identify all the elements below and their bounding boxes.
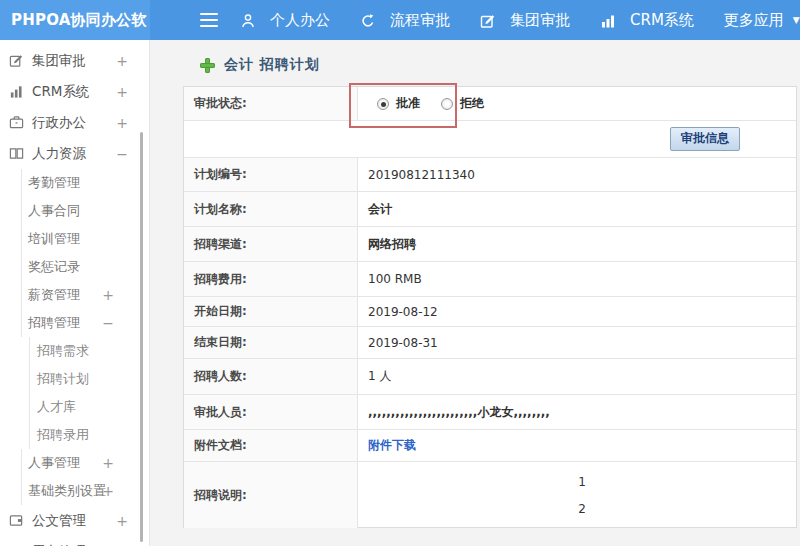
sidebar-item-rewards[interactable]: 奖惩记录 [21,253,149,281]
field-label: 附件文档: [184,430,358,461]
recruit-plan-form: 审批状态: 批准 拒绝 审批信息 计划编号: 20190812111340 计划… [183,86,797,528]
approve-info-button[interactable]: 审批信息 [670,127,740,151]
reject-radio[interactable] [441,98,453,110]
sidebar-scrollbar[interactable] [140,132,143,542]
approve-radio-label: 批准 [396,95,420,112]
field-value: ,,,,,,,,,,,,,,,,,,,,,,,,小龙女,,,,,,,, [358,395,796,429]
nav-process-approval[interactable]: 流程审批 [360,11,450,30]
sidebar-item-group-approval[interactable]: 集团审批 + [0,45,149,76]
description-line: 2 [578,502,586,516]
expand-toggle[interactable]: + [116,115,128,131]
row-recruit-cost: 招聘费用: 100 RMB [184,262,796,297]
field-label: 招聘费用: [184,262,358,296]
attachment-download-link[interactable]: 附件下载 [368,437,416,454]
menu-icon[interactable] [200,13,218,31]
collapse-toggle[interactable]: − [116,146,128,162]
field-value: 网络招聘 [358,227,796,261]
row-approval-status: 审批状态: 批准 拒绝 [184,87,796,121]
page-title-text: 会计 招聘计划 [224,56,320,74]
sidebar-item-crm[interactable]: CRM系统 + [0,76,149,107]
sidebar-item-recruit-demand[interactable]: 招聘需求 [29,337,149,365]
nav-group-approval[interactable]: 集团审批 [480,11,570,30]
sidebar: 集团审批 + CRM系统 + 行政办公 + [0,40,150,546]
row-headcount: 招聘人数: 1 人 [184,359,796,395]
briefcase-icon [9,115,24,130]
plus-icon [200,58,215,73]
field-value: 100 RMB [358,262,796,296]
row-plan-number: 计划编号: 20190812111340 [184,158,796,192]
bar-chart-icon [600,13,615,28]
row-end-date: 结束日期: 2019-08-31 [184,327,796,359]
sidebar-item-base-category[interactable]: 基础类别设置 + [21,477,149,505]
expand-toggle[interactable]: + [116,84,128,100]
nav-label: CRM系统 [630,11,694,30]
field-label: 审批状态: [184,87,358,120]
sidebar-item-recruit-mgmt[interactable]: 招聘管理 − [21,309,149,337]
topbar: PHPOA协同办公软件 个人办公 流程审批 [0,0,800,40]
field-label: 招聘渠道: [184,227,358,261]
person-icon [240,13,255,28]
field-label: 计划名称: [184,192,358,226]
process-refresh-icon [360,13,375,28]
book-icon [9,146,24,161]
row-approvers: 审批人员: ,,,,,,,,,,,,,,,,,,,,,,,,小龙女,,,,,,,… [184,395,796,430]
field-label: 计划编号: [184,158,358,191]
document-icon [9,513,24,528]
caret-down-icon: ▼ [793,15,800,25]
nav-label: 更多应用 [724,11,784,30]
description-line: 1 [578,475,586,489]
sidebar-item-hr-contract[interactable]: 人事合同 [21,197,149,225]
row-recruit-channel: 招聘渠道: 网络招聘 [184,227,796,262]
sidebar-item-personnel-mgmt[interactable]: 人事管理 + [21,449,149,477]
approve-radio[interactable] [377,98,389,110]
field-label: 审批人员: [184,395,358,429]
expand-toggle[interactable]: + [116,53,128,69]
sidebar-item-hr[interactable]: 人力资源 − [0,138,149,169]
sidebar-item-salary[interactable]: 薪资管理 + [21,281,149,309]
nav-label: 集团审批 [510,11,570,30]
field-label: 招聘人数: [184,359,358,394]
top-nav: 个人办公 流程审批 集团审批 [240,0,800,40]
field-label: 结束日期: [184,327,358,358]
main-content: 会计 招聘计划 审批状态: 批准 拒绝 审批信息 计划编号: 201908121… [151,40,800,546]
row-plan-name: 计划名称: 会计 [184,192,796,227]
field-value: 会计 [358,192,796,226]
edit-icon [9,53,24,68]
nav-label: 流程审批 [390,11,450,30]
field-value: 2019-08-12 [358,297,796,326]
collapse-toggle[interactable]: − [102,315,114,331]
page-title: 会计 招聘计划 [200,56,320,74]
edit-icon [480,13,495,28]
field-value: 20190812111340 [358,158,796,191]
sidebar-item-vehicle-mgmt[interactable]: 用车管理 + [0,536,149,546]
expand-toggle[interactable]: + [102,483,114,499]
sidebar-item-admin-office[interactable]: 行政办公 + [0,107,149,138]
nav-crm[interactable]: CRM系统 [600,11,694,30]
row-start-date: 开始日期: 2019-08-12 [184,297,796,327]
app-logo: PHPOA协同办公软件 [0,0,150,40]
sidebar-item-document-mgmt[interactable]: 公文管理 + [0,505,149,536]
row-approve-button: 审批信息 [184,121,796,158]
expand-toggle[interactable]: + [116,513,128,529]
expand-toggle[interactable]: + [102,455,114,471]
sidebar-item-talent-pool[interactable]: 人才库 [29,393,149,421]
field-value: 1 人 [358,359,796,394]
row-description: 招聘说明: 1 2 [184,462,796,528]
nav-more-apps[interactable]: 更多应用 ▼ [724,11,800,30]
approval-status-radio-group: 批准 拒绝 [377,95,505,112]
row-attachment: 附件文档: 附件下载 [184,430,796,462]
sidebar-item-recruit-hire[interactable]: 招聘录用 [29,421,149,449]
sidebar-item-training[interactable]: 培训管理 [21,225,149,253]
bar-chart-icon [9,84,24,99]
nav-label: 个人办公 [270,11,330,30]
expand-toggle[interactable]: + [102,287,114,303]
field-value: 2019-08-31 [358,327,796,358]
sidebar-item-recruit-plan[interactable]: 招聘计划 [29,365,149,393]
sidebar-item-attendance[interactable]: 考勤管理 [21,169,149,197]
reject-radio-label: 拒绝 [460,95,484,112]
nav-personal-office[interactable]: 个人办公 [240,11,330,30]
field-label: 招聘说明: [184,462,358,528]
field-label: 开始日期: [184,297,358,326]
